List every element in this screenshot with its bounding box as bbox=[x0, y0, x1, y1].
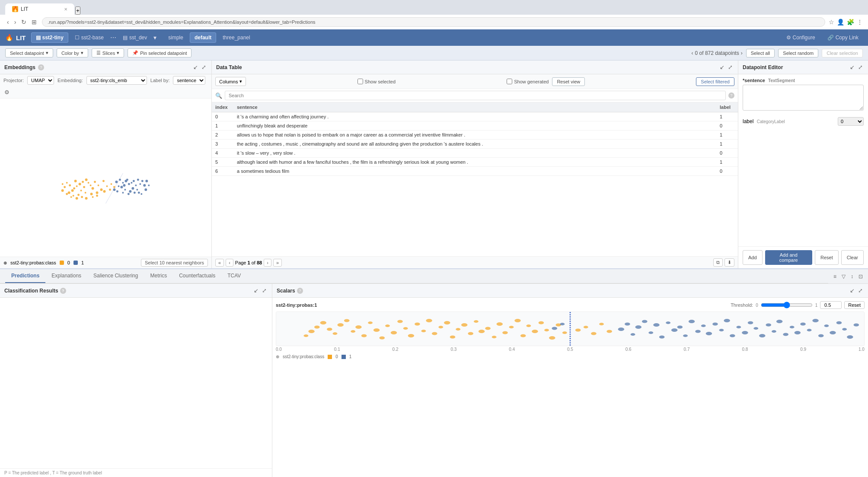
dataset-tab[interactable]: ▤ sst_dev bbox=[118, 32, 152, 43]
page-next-button[interactable]: › bbox=[264, 259, 271, 267]
table-row[interactable]: 3 the acting , costumes , music , cinema… bbox=[212, 140, 738, 149]
svg-point-139 bbox=[719, 329, 724, 331]
select-filtered-button[interactable]: Select filtered bbox=[696, 77, 734, 86]
reset-view-button[interactable]: Reset view bbox=[552, 77, 585, 86]
layout-tab-three-panel[interactable]: three_panel bbox=[218, 32, 255, 43]
svg-point-118 bbox=[584, 326, 588, 328]
tab-salience-clustering[interactable]: Salience Clustering bbox=[87, 269, 144, 283]
view-button[interactable]: ⊞ bbox=[30, 18, 38, 26]
show-selected-checkbox[interactable] bbox=[357, 79, 363, 84]
configure-button[interactable]: ⚙ Configure bbox=[782, 33, 820, 42]
back-button[interactable]: ‹ bbox=[5, 18, 11, 26]
download-icon-button[interactable]: ⬇ bbox=[724, 258, 734, 267]
svg-point-155 bbox=[812, 319, 819, 322]
col-header-sentence[interactable]: sentence bbox=[233, 102, 716, 112]
bottom-settings-icon[interactable]: ⊡ bbox=[857, 273, 865, 280]
search-input[interactable] bbox=[225, 91, 726, 100]
page-prev-button[interactable]: ‹ bbox=[226, 259, 233, 267]
svg-point-141 bbox=[730, 334, 735, 337]
embeddings-settings-icon[interactable]: ⚙ bbox=[3, 88, 10, 96]
svg-point-3 bbox=[85, 178, 88, 181]
classification-expand-icon[interactable]: ⤢ bbox=[261, 286, 268, 295]
select-all-button[interactable]: Select all bbox=[746, 49, 775, 57]
search-info-icon[interactable]: ? bbox=[728, 92, 734, 99]
table-row[interactable]: 1 unflinchingly bleak and desperate 0 bbox=[212, 121, 738, 130]
bottom-menu-icon[interactable]: ≡ bbox=[832, 273, 838, 280]
page-last-button[interactable]: » bbox=[273, 259, 282, 267]
models-bar: ▤ sst2-tiny ☐ sst2-base ⋯ ▤ sst_dev ▾ si… bbox=[31, 32, 777, 43]
threshold-slider[interactable] bbox=[761, 302, 813, 308]
profile-icon[interactable]: 👤 bbox=[837, 19, 844, 25]
threshold-input[interactable]: 0.5 bbox=[820, 301, 842, 309]
dataset-more-icon[interactable]: ▾ bbox=[153, 34, 156, 41]
select-datapoint-button[interactable]: Select datapoint ▾ bbox=[5, 48, 53, 57]
url-bar[interactable]: .run.app/?models=sst2-tiny&dataset=sst_d… bbox=[42, 17, 825, 27]
table-row[interactable]: 4 it 's slow – very , very slow . 0 bbox=[212, 149, 738, 158]
tab-metrics[interactable]: Metrics bbox=[144, 269, 173, 283]
tab-counterfactuals[interactable]: Counterfactuals bbox=[173, 269, 221, 283]
editor-expand-icon[interactable]: ⤢ bbox=[857, 63, 864, 71]
color-by-button[interactable]: Color by ▾ bbox=[57, 48, 88, 57]
active-tab[interactable]: 🔥 LIT ✕ bbox=[5, 3, 74, 15]
svg-point-145 bbox=[753, 327, 758, 330]
add-button[interactable]: Add bbox=[743, 250, 763, 265]
model-more-icon[interactable]: ⋯ bbox=[110, 34, 116, 41]
forward-button[interactable]: › bbox=[13, 18, 18, 26]
tab-tcav[interactable]: TCAV bbox=[221, 269, 247, 283]
scalars-expand-icon[interactable]: ⤢ bbox=[857, 286, 864, 295]
settings-icon[interactable]: ⋮ bbox=[857, 19, 863, 25]
probas-icon: ⊕ bbox=[3, 261, 7, 265]
tab-close-button[interactable]: ✕ bbox=[64, 7, 67, 12]
editor-minimize-icon[interactable]: ↙ bbox=[849, 63, 855, 71]
layout-tab-simple[interactable]: simple bbox=[163, 32, 188, 43]
embeddings-info-icon[interactable]: ? bbox=[38, 64, 44, 70]
table-row[interactable]: 0 it 's a charming and often affecting j… bbox=[212, 112, 738, 121]
copy-link-button[interactable]: 🔗 Copy Link bbox=[823, 33, 863, 42]
model-tab-sst2-base[interactable]: ☐ sst2-base bbox=[70, 32, 108, 43]
classification-minimize-icon[interactable]: ↙ bbox=[253, 286, 259, 295]
model-tab-sst2-tiny[interactable]: ▤ sst2-tiny bbox=[31, 32, 68, 43]
label-select[interactable]: 0 1 bbox=[838, 117, 864, 126]
table-row[interactable]: 6 a sometimes tedious film 0 bbox=[212, 167, 738, 176]
new-tab-button[interactable]: + bbox=[75, 6, 80, 15]
tab-explanations[interactable]: Explanations bbox=[45, 269, 87, 283]
embedding-select[interactable]: sst2-tiny:cls_emb bbox=[86, 76, 147, 85]
select-nearest-button[interactable]: Select 10 nearest neighbors bbox=[141, 259, 208, 267]
bottom-filter-icon[interactable]: ▽ bbox=[840, 273, 847, 280]
tab-predictions[interactable]: Predictions bbox=[5, 269, 45, 283]
arrow-left-icon[interactable]: ‹ bbox=[692, 50, 693, 56]
arrow-right-icon[interactable]: › bbox=[741, 50, 743, 56]
scalars-info-icon[interactable]: ? bbox=[297, 288, 303, 294]
embeddings-expand-icon[interactable]: ⤢ bbox=[201, 63, 207, 71]
threshold-reset-button[interactable]: Reset bbox=[844, 301, 865, 309]
label-by-select[interactable]: sentence bbox=[173, 76, 205, 85]
svg-point-75 bbox=[320, 321, 327, 324]
select-random-button[interactable]: Select random bbox=[778, 49, 818, 57]
col-header-label[interactable]: label bbox=[716, 102, 738, 112]
embeddings-minimize-icon[interactable]: ↙ bbox=[192, 63, 199, 71]
show-generated-checkbox[interactable] bbox=[507, 79, 512, 84]
bookmark-icon[interactable]: ☆ bbox=[829, 19, 834, 25]
projector-select[interactable]: UMAP bbox=[27, 76, 54, 85]
reset-button[interactable]: Reset bbox=[815, 250, 839, 265]
table-row[interactable]: 5 although laced with humor and a few fa… bbox=[212, 158, 738, 167]
clear-button[interactable]: Clear bbox=[841, 250, 864, 265]
add-compare-button[interactable]: Add and compare bbox=[765, 250, 812, 265]
pin-button[interactable]: 📌 Pin selected datapoint bbox=[128, 48, 191, 57]
layout-tab-default[interactable]: default bbox=[190, 32, 216, 43]
data-table-expand-icon[interactable]: ⤢ bbox=[727, 63, 734, 71]
reload-button[interactable]: ↻ bbox=[19, 18, 28, 26]
extensions-icon[interactable]: 🧩 bbox=[847, 19, 854, 25]
slices-button[interactable]: ☰ Slices ▾ bbox=[92, 48, 124, 57]
classification-info-icon[interactable]: ? bbox=[60, 288, 66, 294]
data-table-minimize-icon[interactable]: ↙ bbox=[719, 63, 725, 71]
scalars-minimize-icon[interactable]: ↙ bbox=[849, 286, 855, 295]
sentence-textarea[interactable] bbox=[743, 85, 864, 111]
columns-button[interactable]: Columns ▾ bbox=[215, 77, 246, 86]
col-header-index[interactable]: index bbox=[212, 102, 233, 112]
page-first-button[interactable]: « bbox=[215, 259, 224, 267]
clear-selection-button[interactable]: Clear selection bbox=[822, 49, 863, 57]
table-row[interactable]: 2 allows us to hope that nolan is poised… bbox=[212, 130, 738, 140]
copy-icon-button[interactable]: ⧉ bbox=[713, 258, 723, 267]
bottom-sort-icon[interactable]: ↕ bbox=[849, 273, 855, 280]
